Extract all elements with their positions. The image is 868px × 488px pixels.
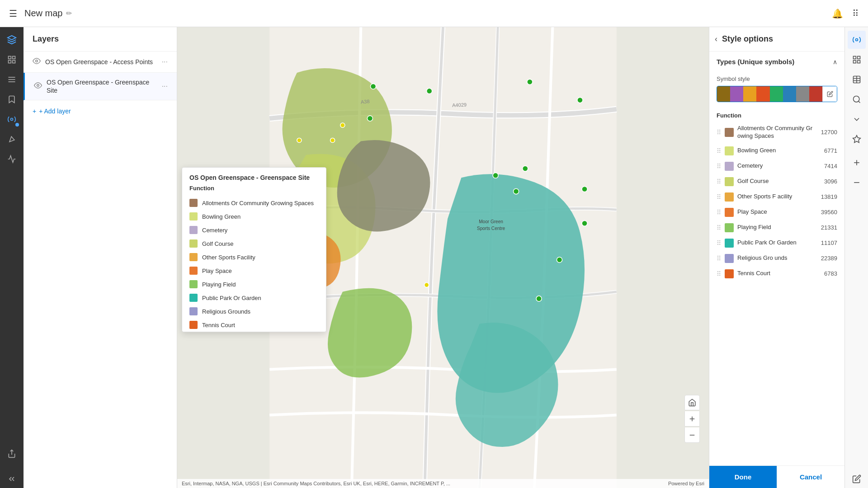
legend-item: Cemetery — [182, 223, 326, 237]
drag-handle-icon[interactable]: ⠿ — [717, 147, 721, 155]
style-options-panel: ‹ Style options Types (Unique symbols) ∧… — [709, 27, 844, 488]
types-section-toggle[interactable]: Types (Unique symbols) ∧ — [709, 52, 844, 72]
legend-swatch — [189, 321, 198, 329]
legend-popup: OS Open Greenspace - Greenspace Site Fun… — [182, 167, 326, 332]
legend-label: Tennis Court — [202, 322, 235, 328]
right-sidebar-style[interactable] — [848, 31, 866, 49]
symbol-row[interactable]: ⠿ Other Sports F acility 13819 — [713, 189, 841, 205]
symbol-row[interactable]: ⠿ Golf Course 3096 — [713, 174, 841, 189]
map-area[interactable]: A38 A4029 Moor Green Sports Centre OS Op… — [177, 27, 709, 488]
symbol-row[interactable]: ⠿ Bowling Green 6771 — [713, 143, 841, 159]
svg-rect-0 — [9, 56, 11, 59]
symbol-name: Bowling Green — [737, 147, 816, 155]
right-sidebar-edit[interactable] — [848, 470, 866, 488]
symbol-swatch — [725, 239, 734, 248]
sidebar-item-share[interactable] — [3, 445, 21, 463]
drag-handle-icon[interactable]: ⠿ — [717, 270, 721, 277]
back-button[interactable]: ‹ — [715, 34, 717, 44]
drag-handle-icon[interactable]: ⠿ — [717, 209, 721, 216]
legend-item: Religious Grounds — [182, 305, 326, 318]
symbol-count: 6783 — [819, 270, 837, 277]
zoom-in-button[interactable] — [684, 411, 700, 427]
layer-item-greenspace[interactable]: OS Open Greenspace - Greenspace Site ··· — [24, 73, 177, 100]
sidebar-item-data[interactable] — [3, 110, 21, 128]
right-sidebar-export[interactable] — [848, 110, 866, 128]
palette-swatch — [770, 86, 783, 102]
legend-swatch — [189, 199, 198, 207]
svg-text:A4029: A4029 — [452, 102, 467, 108]
sidebar-item-bookmark[interactable] — [3, 90, 21, 108]
symbol-row[interactable]: ⠿ Cemetery 7414 — [713, 159, 841, 174]
layer-visibility-icon-1[interactable] — [33, 57, 41, 67]
symbol-count: 7414 — [819, 163, 837, 169]
drag-handle-icon[interactable]: ⠿ — [717, 239, 721, 247]
svg-point-25 — [297, 138, 302, 142]
right-sidebar-symbol[interactable] — [848, 130, 866, 148]
legend-label: Playing Field — [202, 281, 236, 288]
symbol-swatch — [725, 128, 734, 137]
edit-title-icon[interactable]: ✏ — [66, 9, 72, 18]
svg-point-13 — [427, 88, 432, 94]
apps-grid-icon[interactable]: ⠿ — [852, 8, 859, 19]
layer-visibility-icon-2[interactable] — [34, 81, 42, 91]
drag-handle-icon[interactable]: ⠿ — [717, 178, 721, 185]
right-sidebar-minus[interactable] — [848, 174, 866, 192]
layer-item-access-points[interactable]: OS Open Greenspace - Access Points ··· — [24, 52, 177, 73]
layer-more-icon-2[interactable]: ··· — [162, 82, 168, 90]
drag-handle-icon[interactable]: ⠿ — [717, 163, 721, 170]
svg-point-23 — [367, 116, 373, 121]
symbol-swatch — [725, 208, 734, 217]
home-button[interactable] — [684, 395, 700, 410]
svg-point-18 — [582, 221, 587, 226]
sidebar-item-grid[interactable] — [3, 51, 21, 69]
color-palette-box[interactable] — [717, 86, 837, 102]
layer-name-access-points: OS Open Greenspace - Access Points — [45, 58, 157, 66]
palette-swatch — [730, 86, 743, 102]
notification-icon[interactable]: 🔔 — [832, 8, 843, 19]
symbol-swatch — [725, 162, 734, 171]
menu-icon[interactable]: ☰ — [9, 8, 17, 19]
right-sidebar-search[interactable] — [848, 90, 866, 108]
palette-edit-button[interactable] — [822, 86, 837, 102]
svg-marker-8 — [9, 136, 14, 142]
cancel-button[interactable]: Cancel — [777, 466, 844, 488]
symbol-row[interactable]: ⠿ Public Park Or Garden 11107 — [713, 235, 841, 251]
palette-swatch — [809, 86, 822, 102]
sidebar-item-chart[interactable] — [3, 150, 21, 168]
sidebar-item-collapse[interactable] — [3, 470, 21, 488]
done-button[interactable]: Done — [709, 466, 777, 488]
right-sidebar-plus[interactable] — [848, 154, 866, 172]
sidebar-item-pen[interactable] — [3, 130, 21, 148]
right-sidebar-filter[interactable] — [848, 51, 866, 69]
svg-point-15 — [577, 98, 583, 103]
sidebar-item-list[interactable] — [3, 70, 21, 89]
svg-point-26 — [340, 123, 345, 127]
drag-handle-icon[interactable]: ⠿ — [717, 193, 721, 201]
drag-handle-icon[interactable]: ⠿ — [717, 129, 721, 136]
legend-item: Playing Field — [182, 277, 326, 291]
drag-handle-icon[interactable]: ⠿ — [717, 224, 721, 231]
symbol-row[interactable]: ⠿ Play Space 39560 — [713, 205, 841, 220]
types-section-title: Types (Unique symbols) — [717, 58, 794, 66]
svg-point-16 — [523, 166, 528, 171]
svg-point-21 — [493, 173, 498, 178]
svg-point-10 — [36, 60, 38, 62]
sidebar-item-layers[interactable] — [3, 31, 21, 49]
symbol-row[interactable]: ⠿ Tennis Court 6783 — [713, 266, 841, 282]
add-layer-button[interactable]: + + Add layer — [24, 100, 177, 122]
symbol-row[interactable]: ⠿ Religious Gro unds 22389 — [713, 251, 841, 266]
symbol-row[interactable]: ⠿ Playing Field 21331 — [713, 220, 841, 235]
svg-text:A38: A38 — [360, 99, 370, 105]
legend-swatch — [189, 226, 198, 234]
symbol-count: 6771 — [819, 147, 837, 154]
legend-item: Other Sports Facility — [182, 250, 326, 264]
symbol-row[interactable]: ⠿ Allotments Or Community Gr owing Space… — [713, 122, 841, 143]
add-layer-label: + Add layer — [39, 108, 71, 115]
right-sidebar-table[interactable] — [848, 70, 866, 89]
drag-handle-icon[interactable]: ⠿ — [717, 255, 721, 262]
legend-swatch — [189, 253, 198, 261]
zoom-out-button[interactable] — [684, 427, 700, 443]
legend-item: Tennis Court — [182, 318, 326, 332]
svg-point-28 — [425, 283, 429, 287]
layer-more-icon-1[interactable]: ··· — [162, 58, 168, 66]
